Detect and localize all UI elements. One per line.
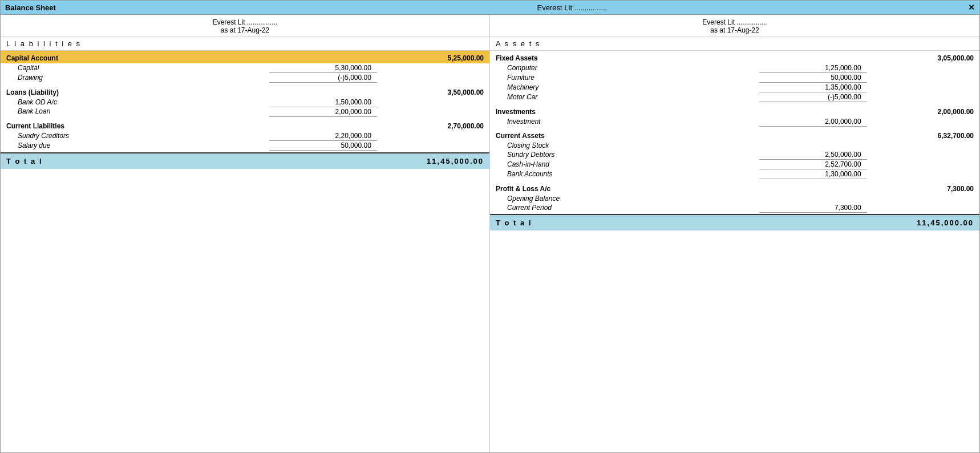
category-row: Profit & Loss A/c 7,300.00: [490, 181, 979, 194]
item-amount: [759, 194, 867, 203]
assets-total-row: T o t a l 11,45,000.00: [490, 215, 979, 230]
item-amount: 2,50,000.00: [759, 150, 867, 160]
category-name: Capital Account: [1, 51, 269, 63]
item-amount: 2,20,000.00: [269, 131, 377, 141]
window-title: Balance Sheet: [5, 3, 176, 12]
assets-panel: Everest Lit ................ as at 17-Au…: [490, 15, 979, 452]
category-name: Current Assets: [490, 128, 759, 141]
item-name: Bank Accounts: [490, 169, 759, 179]
item-amount: 1,35,000.00: [759, 83, 867, 92]
category-name: Investments: [490, 104, 759, 117]
category-total: 6,32,700.00: [867, 128, 979, 141]
liabilities-label: L i a b i l i t i e s: [6, 39, 81, 48]
category-name: Loans (Liability): [1, 85, 269, 98]
item-amount: 2,00,000.00: [759, 117, 867, 127]
category-row: Fixed Assets 3,05,000.00: [490, 51, 979, 63]
item-amount: 1,50,000.00: [269, 98, 377, 107]
item-name: Opening Balance: [490, 194, 759, 203]
category-row: Current Liabilities 2,70,000.00: [1, 119, 489, 131]
item-amount: 5,30,000.00: [269, 63, 377, 73]
item-name: Cash-in-Hand: [490, 160, 759, 169]
item-name: Sundry Creditors: [1, 131, 269, 141]
assets-company-header: Everest Lit ................ as at 17-Au…: [490, 15, 979, 37]
category-name: Current Liabilities: [1, 119, 269, 131]
category-total: 3,05,000.00: [867, 51, 979, 63]
list-item: Salary due 50,000.00: [1, 141, 489, 151]
item-amount: 2,00,000.00: [269, 107, 377, 116]
item-amount: [759, 141, 867, 150]
item-amount: 2,52,700.00: [759, 160, 867, 169]
assets-date: as at 17-Aug-22: [490, 26, 979, 34]
category-row: Current Assets 6,32,700.00: [490, 128, 979, 141]
list-item: Motor Car (-)5,000.00: [490, 92, 979, 102]
item-amount: (-)5,000.00: [269, 73, 377, 83]
assets-table: Fixed Assets 3,05,000.00 Computer 1,25,0…: [490, 51, 979, 230]
center-title: Everest Lit ................: [176, 3, 968, 12]
item-name: Sundry Debtors: [490, 150, 759, 160]
list-item: Bank Loan 2,00,000.00: [1, 107, 489, 116]
list-item: Furniture 50,000.00: [490, 73, 979, 83]
liabilities-company-name: Everest Lit ................: [1, 18, 489, 26]
item-name: Furniture: [490, 73, 759, 83]
assets-label: A s s e t s: [496, 39, 540, 48]
assets-section-header: A s s e t s: [490, 37, 979, 51]
liabilities-panel: Everest Lit ................ as at 17-Au…: [1, 15, 490, 452]
item-name: Salary due: [1, 141, 269, 151]
liabilities-table: Capital Account 5,25,000.00 Capital 5,30…: [1, 51, 489, 169]
list-item: Computer 1,25,000.00: [490, 63, 979, 73]
item-name: Closing Stock: [490, 141, 759, 150]
category-name: Fixed Assets: [490, 51, 759, 63]
item-amount: 50,000.00: [269, 141, 377, 151]
category-total: 3,50,000.00: [377, 85, 489, 98]
category-name: Profit & Loss A/c: [490, 181, 759, 194]
main-content: Everest Lit ................ as at 17-Au…: [1, 15, 979, 452]
item-name: Capital: [1, 63, 269, 73]
item-name: Bank OD A/c: [1, 98, 269, 107]
list-item: Sundry Debtors 2,50,000.00: [490, 150, 979, 160]
balance-sheet-window: Balance Sheet Everest Lit ..............…: [0, 0, 980, 453]
assets-total-amount: 11,45,000.00: [867, 215, 979, 230]
item-name: Current Period: [490, 203, 759, 213]
list-item: Sundry Creditors 2,20,000.00: [1, 131, 489, 141]
list-item: Drawing (-)5,000.00: [1, 73, 489, 83]
list-item: Closing Stock: [490, 141, 979, 150]
liabilities-date: as at 17-Aug-22: [1, 26, 489, 34]
list-item: Cash-in-Hand 2,52,700.00: [490, 160, 979, 169]
item-amount: 7,300.00: [759, 203, 867, 213]
item-name: Bank Loan: [1, 107, 269, 116]
category-total: 7,300.00: [867, 181, 979, 194]
close-button[interactable]: ✕: [968, 3, 975, 12]
category-row: Investments 2,00,000.00: [490, 104, 979, 117]
item-name: Motor Car: [490, 92, 759, 102]
item-amount: (-)5,000.00: [759, 92, 867, 102]
list-item: Machinery 1,35,000.00: [490, 83, 979, 92]
category-total: 5,25,000.00: [377, 51, 489, 63]
category-row: Loans (Liability) 3,50,000.00: [1, 85, 489, 98]
item-name: Machinery: [490, 83, 759, 92]
list-item: Capital 5,30,000.00: [1, 63, 489, 73]
list-item: Bank Accounts 1,30,000.00: [490, 169, 979, 179]
liabilities-total-amount: 11,45,000.00: [377, 153, 489, 169]
assets-total-label: T o t a l: [490, 215, 759, 230]
list-item: Bank OD A/c 1,50,000.00: [1, 98, 489, 107]
category-row: Capital Account 5,25,000.00: [1, 51, 489, 63]
list-item: Current Period 7,300.00: [490, 203, 979, 213]
category-total: 2,70,000.00: [377, 119, 489, 131]
item-name: Drawing: [1, 73, 269, 83]
item-name: Investment: [490, 117, 759, 127]
list-item: Investment 2,00,000.00: [490, 117, 979, 127]
item-amount: 1,25,000.00: [759, 63, 867, 73]
liabilities-section-header: L i a b i l i t i e s: [1, 37, 489, 51]
liabilities-company-header: Everest Lit ................ as at 17-Au…: [1, 15, 489, 37]
title-bar: Balance Sheet Everest Lit ..............…: [1, 1, 979, 15]
liabilities-total-label: T o t a l: [1, 153, 269, 169]
category-total: 2,00,000.00: [867, 104, 979, 117]
assets-company-name: Everest Lit ................: [490, 18, 979, 26]
list-item: Opening Balance: [490, 194, 979, 203]
liabilities-total-row: T o t a l 11,45,000.00: [1, 153, 489, 169]
item-amount: 1,30,000.00: [759, 169, 867, 179]
item-amount: 50,000.00: [759, 73, 867, 83]
item-name: Computer: [490, 63, 759, 73]
